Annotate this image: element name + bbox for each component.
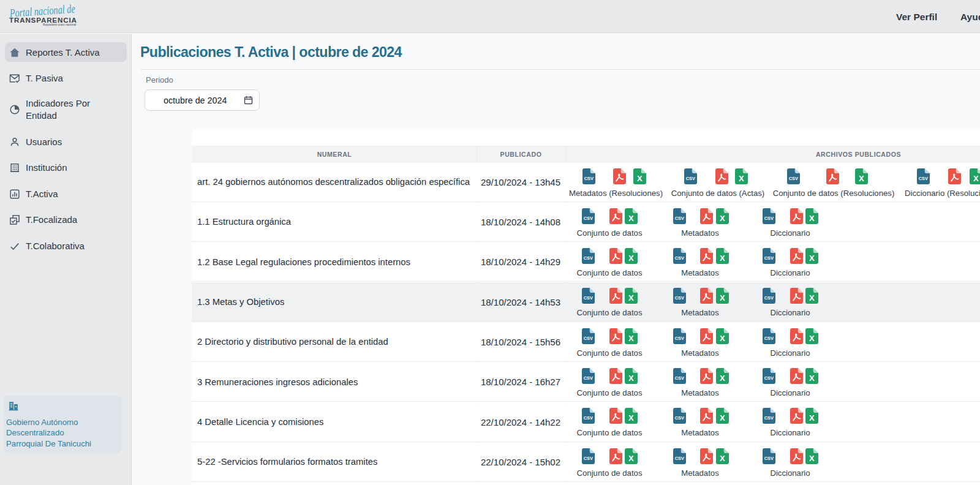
svg-text:Repositorio único nacional: Repositorio único nacional [43, 23, 76, 26]
